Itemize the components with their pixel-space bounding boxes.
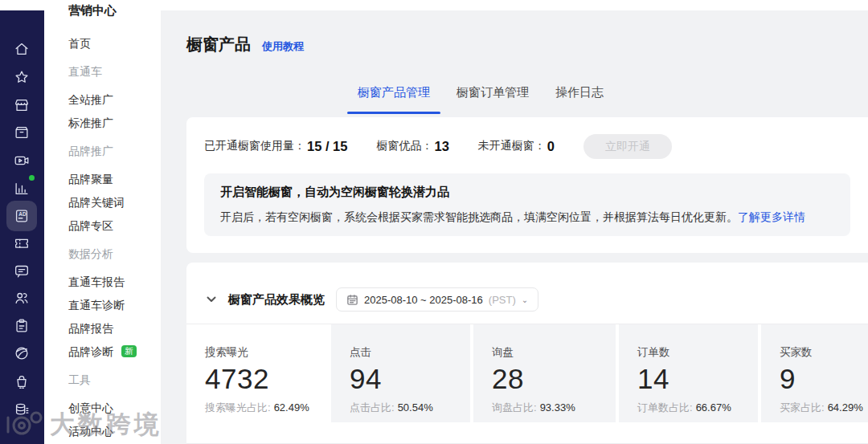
- page-header: 橱窗产品 使用教程: [186, 34, 304, 55]
- globe-icon[interactable]: [6, 338, 37, 369]
- metric-label: 搜索曝光: [205, 345, 328, 360]
- date-range-text: 2025-08-10 ~ 2025-08-16: [364, 294, 483, 306]
- shop-icon[interactable]: [6, 90, 37, 120]
- metric-sub: 买家占比:64.29%: [780, 401, 868, 415]
- overview-title: 橱窗产品效果概览: [228, 292, 325, 308]
- bag-icon[interactable]: [6, 366, 37, 397]
- metric-sub-value: 66.67%: [696, 401, 731, 413]
- metric-sub-value: 93.33%: [540, 401, 575, 413]
- metric-sub-label: 询盘占比:: [492, 401, 537, 413]
- sidebar-item-label: 直通车: [68, 65, 102, 78]
- sidebar-item-label: 活动中心: [68, 425, 113, 438]
- metric-sub-label: 买家占比:: [780, 401, 825, 413]
- main-content: 橱窗产品 使用教程 橱窗产品管理橱窗订单管理操作日志 已开通橱窗使用量： 15 …: [161, 10, 868, 444]
- metric-card[interactable]: 询盘 28 询盘占比:93.33%: [473, 324, 616, 422]
- timezone-label: (PST): [489, 294, 516, 306]
- quota-stat: 未开通橱窗： 0: [478, 139, 555, 154]
- sidebar-item-label: 品牌诊断: [68, 345, 113, 358]
- banner-description-text: 开启后，若有空闲橱窗，系统会根据买家需求智能挑选商品，填满空闲位置，并根据算法每…: [220, 210, 738, 223]
- stat-label: 橱窗优品：: [376, 139, 432, 153]
- banner-description: 开启后，若有空闲橱窗，系统会根据买家需求智能挑选商品，填满空闲位置，并根据算法每…: [220, 208, 834, 226]
- customers-icon[interactable]: [6, 283, 37, 313]
- metric-sub: 询盘占比:93.33%: [492, 401, 616, 415]
- metric-card[interactable]: 搜索曝光 4732 搜索曝光占比:62.49%: [186, 324, 328, 422]
- learn-more-link[interactable]: 了解更多详情: [738, 210, 805, 223]
- bar-chart-icon[interactable]: [6, 173, 37, 204]
- sidebar-item-label: 工具: [68, 373, 91, 386]
- ticket-icon[interactable]: [6, 228, 37, 259]
- metric-label: 点击: [350, 345, 470, 360]
- sidebar-item[interactable]: 品牌诊断 新: [68, 340, 149, 364]
- metric-sub-value: 62.49%: [274, 401, 309, 413]
- metric-value: 14: [637, 362, 758, 396]
- metric-card[interactable]: 订单数 14 订单数占比:66.67%: [619, 324, 758, 422]
- sidebar-item-label: 品牌专区: [68, 219, 113, 232]
- sidebar-item: 品牌推广: [68, 140, 149, 163]
- sidebar-item[interactable]: 品牌聚量: [68, 168, 149, 191]
- tab-label: 橱窗产品管理: [358, 85, 430, 99]
- sidebar-item-label: 数据分析: [68, 247, 113, 260]
- star-icon[interactable]: [6, 62, 37, 92]
- metric-sub-label: 搜索曝光占比:: [205, 401, 271, 413]
- coins-icon[interactable]: [6, 394, 37, 425]
- sidebar-item[interactable]: 品牌关键词: [68, 191, 149, 214]
- tutorial-link[interactable]: 使用教程: [262, 39, 304, 54]
- sidebar-item[interactable]: 创意中心: [68, 397, 149, 420]
- chevron-down-icon[interactable]: [206, 294, 217, 305]
- sidebar-item[interactable]: 品牌报告: [68, 317, 149, 340]
- sidebar-item: 数据分析: [68, 242, 149, 266]
- tab[interactable]: 橱窗产品管理: [358, 85, 430, 103]
- tab[interactable]: 橱窗订单管理: [457, 85, 529, 103]
- sidebar-item-label: 品牌聚量: [68, 173, 113, 185]
- metric-label: 买家数: [780, 345, 868, 360]
- new-badge: 新: [121, 345, 137, 357]
- clipboard-icon[interactable]: [6, 311, 37, 341]
- sidebar-item-label: 品牌报告: [68, 322, 113, 335]
- sidebar-item[interactable]: 活动中心: [68, 420, 149, 443]
- sidebar-item[interactable]: 直通车报告: [68, 271, 149, 294]
- page-title: 橱窗产品: [186, 34, 251, 55]
- showcase-quota-card: 已开通橱窗使用量： 15 / 15 橱窗优品： 13 未开通橱窗： 0 立即开通…: [186, 117, 868, 253]
- quota-stats-row: 已开通橱窗使用量： 15 / 15 橱窗优品： 13 未开通橱窗： 0 立即开通: [204, 133, 852, 159]
- sidebar-item-label: 品牌推广: [68, 145, 113, 157]
- performance-overview-card: 橱窗产品效果概览 2025-08-10 ~ 2025-08-16 (PST) ⌄…: [186, 263, 868, 444]
- metric-sub-label: 订单数占比:: [637, 401, 693, 413]
- home-icon[interactable]: [6, 34, 37, 64]
- sidebar: 营销中心 首页 直通车 全站推广 标准推广 品牌推广 品牌聚量 品牌关键词 品牌…: [44, 0, 161, 444]
- ad-promotion-icon[interactable]: AD: [6, 201, 37, 231]
- smart-showcase-banner: 开启智能橱窗，自动为空闲橱窗轮换潜力品 开启后，若有空闲橱窗，系统会根据买家需求…: [204, 173, 850, 236]
- message-icon[interactable]: [6, 255, 37, 286]
- video-icon[interactable]: [6, 145, 37, 176]
- metric-sub: 订单数占比:66.67%: [637, 401, 758, 415]
- notification-dot: [29, 175, 35, 181]
- metric-card[interactable]: 买家数 9 买家占比:64.29%: [761, 324, 868, 422]
- sidebar-item-label: 全站推广: [68, 93, 113, 106]
- tab[interactable]: 操作日志: [555, 85, 604, 103]
- sidebar-item[interactable]: 首页: [68, 32, 149, 55]
- metric-sub-label: 点击占比:: [350, 401, 395, 413]
- sidebar-item[interactable]: 品牌专区: [68, 214, 149, 238]
- metric-value: 4732: [205, 362, 328, 396]
- stat-value: 0: [547, 139, 555, 154]
- stat-value: 13: [434, 139, 448, 154]
- metric-card[interactable]: 点击 94 点击占比:50.54%: [331, 324, 470, 422]
- date-range-picker[interactable]: 2025-08-10 ~ 2025-08-16 (PST) ⌄: [336, 287, 538, 312]
- icon-rail: AD: [0, 10, 44, 444]
- stat-label: 已开通橱窗使用量：: [204, 139, 305, 153]
- metric-sub: 搜索曝光占比:62.49%: [205, 401, 328, 415]
- package-icon[interactable]: [6, 117, 37, 148]
- sidebar-item-label: 标准推广: [68, 116, 113, 129]
- sidebar-item[interactable]: 全站推广: [68, 88, 149, 112]
- metric-sub-value: 50.54%: [398, 401, 433, 413]
- metric-value: 94: [350, 362, 470, 396]
- sidebar-item: 工具: [68, 369, 149, 392]
- tab-label: 操作日志: [555, 85, 604, 99]
- tab-bar: 橱窗产品管理橱窗订单管理操作日志: [358, 85, 604, 103]
- sidebar-item-label: 首页: [68, 37, 91, 50]
- metric-label: 订单数: [637, 345, 758, 360]
- sidebar-item[interactable]: 直通车诊断: [68, 294, 149, 317]
- caret-down-icon: ⌄: [522, 295, 528, 304]
- sidebar-item[interactable]: 标准推广: [68, 112, 149, 135]
- metric-sub: 点击占比:50.54%: [350, 401, 470, 415]
- activate-now-button[interactable]: 立即开通: [583, 134, 672, 159]
